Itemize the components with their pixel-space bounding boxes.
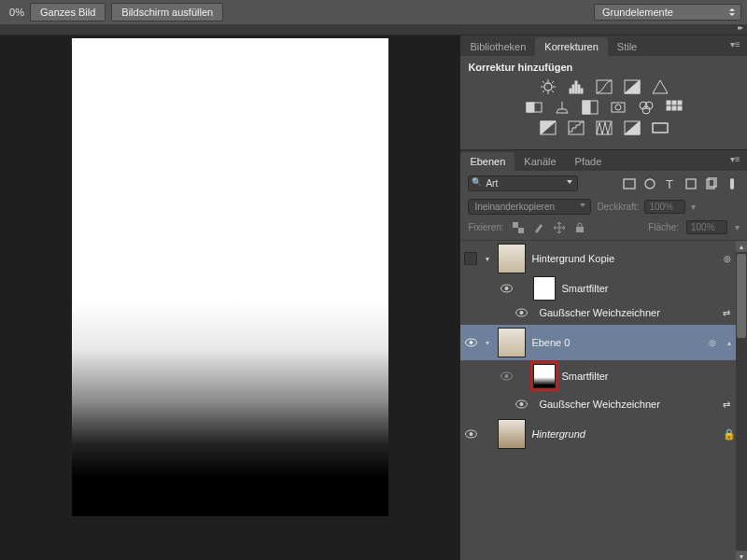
chevron-down-icon[interactable]: ▾ bbox=[483, 254, 492, 263]
opacity-label: Deckkraft: bbox=[597, 202, 639, 212]
layers-scrollbar[interactable]: ▲ ▼ bbox=[736, 241, 747, 560]
vibrance-icon[interactable] bbox=[651, 78, 669, 95]
svg-rect-12 bbox=[578, 85, 580, 93]
tab-pfade[interactable]: Pfade bbox=[566, 152, 612, 171]
layer-name[interactable]: Hintergrund Kopie bbox=[531, 253, 715, 264]
svg-point-52 bbox=[504, 287, 508, 290]
posterize-icon[interactable] bbox=[567, 119, 585, 136]
black-white-icon[interactable] bbox=[581, 99, 599, 116]
color-lookup-icon[interactable] bbox=[665, 99, 684, 116]
smart-object-icon[interactable]: ◎ bbox=[721, 254, 734, 263]
hue-saturation-icon[interactable] bbox=[525, 99, 543, 116]
layer-thumbnail[interactable] bbox=[498, 244, 526, 273]
svg-point-0 bbox=[544, 83, 552, 91]
curves-icon[interactable] bbox=[595, 78, 613, 95]
svg-rect-30 bbox=[667, 106, 670, 110]
filter-effect-row[interactable]: Gaußscher Weichzeichner ⇄ bbox=[460, 392, 747, 416]
svg-point-23 bbox=[615, 105, 621, 110]
invert-icon[interactable] bbox=[539, 119, 557, 136]
layer-thumbnail[interactable] bbox=[498, 328, 526, 357]
layer-thumbnail[interactable] bbox=[498, 419, 526, 449]
eye-icon[interactable] bbox=[500, 282, 513, 295]
smartfilter-row[interactable]: Smartfilter bbox=[460, 276, 747, 301]
svg-rect-29 bbox=[678, 101, 682, 105]
selective-color-icon[interactable] bbox=[623, 119, 641, 136]
color-balance-icon[interactable] bbox=[553, 99, 571, 116]
brightness-contrast-icon[interactable] bbox=[539, 78, 557, 95]
blend-mode-select[interactable]: Ineinanderkopieren bbox=[468, 199, 591, 215]
opacity-field[interactable]: 100% bbox=[644, 200, 685, 214]
svg-rect-19 bbox=[527, 103, 534, 112]
smartfilter-row-selected[interactable]: Smartfilter bbox=[460, 360, 747, 392]
eye-icon[interactable] bbox=[514, 306, 528, 319]
lock-pixels-icon[interactable] bbox=[532, 221, 545, 234]
panel-menu-icon[interactable]: ▾≡ bbox=[730, 39, 743, 50]
layer-name[interactable]: Ebene 0 bbox=[531, 337, 700, 348]
lock-position-icon[interactable] bbox=[553, 221, 566, 234]
svg-line-6 bbox=[552, 91, 554, 92]
tab-kanaele[interactable]: Kanäle bbox=[514, 152, 565, 171]
svg-point-54 bbox=[519, 311, 523, 315]
filter-pixel-icon[interactable] bbox=[622, 176, 637, 191]
svg-rect-10 bbox=[572, 85, 574, 93]
smartfilter-label: Smartfilter bbox=[561, 283, 734, 294]
layer-visibility-checkbox[interactable] bbox=[464, 252, 477, 265]
fill-label: Fläche: bbox=[648, 222, 679, 232]
chevron-down-icon[interactable]: ▾ bbox=[483, 338, 492, 347]
lock-transparency-icon[interactable] bbox=[512, 221, 525, 234]
tab-korrekturen[interactable]: Korrekturen bbox=[535, 37, 607, 56]
fill-field[interactable]: 100% bbox=[686, 220, 727, 234]
opacity-slider-icon[interactable]: ▾ bbox=[691, 202, 696, 212]
filter-effect-row[interactable]: Gaußscher Weichzeichner ⇄ bbox=[460, 301, 747, 325]
layer-row-hintergrund-kopie[interactable]: ▾ Hintergrund Kopie ◎ bbox=[460, 241, 747, 276]
tab-bibliotheken[interactable]: Bibliotheken bbox=[460, 37, 535, 56]
filter-options-icon[interactable]: ⇄ bbox=[719, 308, 734, 318]
fit-image-button[interactable]: Ganzes Bild bbox=[30, 3, 106, 21]
tab-ebenen[interactable]: Ebenen bbox=[460, 152, 514, 171]
fill-slider-icon[interactable]: ▾ bbox=[735, 222, 740, 232]
filter-toggle-icon[interactable] bbox=[725, 176, 740, 191]
filter-smart-icon[interactable] bbox=[704, 176, 719, 191]
eye-icon[interactable] bbox=[464, 427, 477, 441]
tab-stile[interactable]: Stile bbox=[608, 37, 646, 56]
smartfilter-mask-thumb-highlighted[interactable] bbox=[533, 364, 556, 388]
options-flyout[interactable] bbox=[0, 25, 747, 35]
smartfilter-mask-thumb[interactable] bbox=[533, 276, 556, 301]
eye-icon[interactable] bbox=[514, 398, 528, 411]
scroll-up-icon[interactable]: ▲ bbox=[736, 241, 747, 252]
layer-name[interactable]: Hintergrund bbox=[531, 428, 717, 440]
exposure-icon[interactable] bbox=[623, 78, 641, 95]
svg-rect-21 bbox=[583, 101, 590, 114]
scroll-thumb[interactable] bbox=[737, 254, 746, 338]
svg-marker-34 bbox=[541, 121, 556, 134]
layer-row-ebene-0[interactable]: ▾ Ebene 0 ◎ ▴ bbox=[460, 325, 747, 360]
svg-rect-50 bbox=[576, 227, 584, 232]
threshold-icon[interactable] bbox=[595, 119, 613, 136]
svg-rect-32 bbox=[678, 106, 682, 110]
filter-adjustment-icon[interactable] bbox=[642, 176, 657, 191]
filter-name[interactable]: Gaußscher Weichzeichner bbox=[539, 399, 713, 410]
layer-row-hintergrund[interactable]: Hintergrund 🔒 bbox=[460, 416, 747, 452]
filter-shape-icon[interactable] bbox=[684, 176, 698, 191]
lock-all-icon[interactable] bbox=[573, 221, 586, 234]
filter-name[interactable]: Gaußscher Weichzeichner bbox=[539, 307, 713, 318]
gradient-map-icon[interactable] bbox=[651, 119, 669, 136]
fill-screen-button[interactable]: Bildschirm ausfüllen bbox=[111, 3, 223, 21]
svg-line-7 bbox=[543, 91, 544, 92]
chevron-up-icon[interactable]: ▴ bbox=[725, 338, 734, 347]
channel-mixer-icon[interactable] bbox=[637, 99, 655, 116]
photo-filter-icon[interactable] bbox=[609, 99, 627, 116]
document-canvas[interactable] bbox=[72, 38, 388, 516]
svg-rect-9 bbox=[570, 89, 571, 93]
layers-panel-menu-icon[interactable]: ▾≡ bbox=[730, 154, 743, 165]
filter-options-icon[interactable]: ⇄ bbox=[719, 399, 734, 410]
layer-filter-select[interactable]: Art bbox=[468, 175, 578, 191]
eye-icon[interactable] bbox=[464, 336, 477, 349]
levels-icon[interactable] bbox=[567, 78, 585, 95]
filter-type-icon[interactable]: T bbox=[663, 176, 678, 191]
scroll-down-icon[interactable]: ▼ bbox=[736, 551, 747, 560]
svg-point-60 bbox=[519, 402, 523, 406]
workspace-select[interactable]: Grundelemente bbox=[594, 4, 741, 21]
eye-icon[interactable] bbox=[500, 370, 513, 383]
smart-object-icon[interactable]: ◎ bbox=[706, 338, 719, 347]
